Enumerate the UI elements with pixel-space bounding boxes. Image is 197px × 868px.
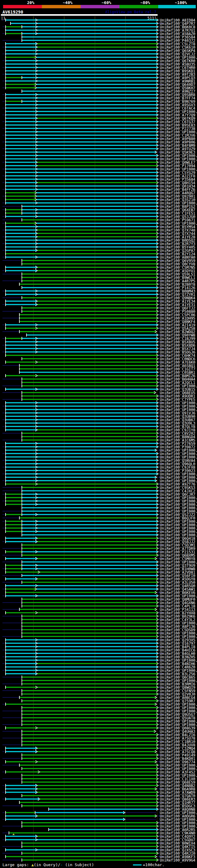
arrowhead-icon	[156, 483, 158, 485]
gap-tick	[5, 86, 6, 89]
arrowhead-icon	[35, 483, 37, 485]
leader-line	[2, 128, 5, 129]
hsp-segment	[19, 802, 156, 803]
arrowhead-icon	[156, 270, 158, 272]
hsp-segment	[35, 267, 156, 268]
gap-tick	[5, 476, 6, 479]
gap-tick	[5, 117, 6, 120]
arrowhead-icon	[35, 23, 37, 24]
arrowhead-icon	[35, 66, 37, 68]
gap-tick	[19, 696, 20, 699]
arrowhead-icon	[156, 33, 158, 34]
hsp-segment	[22, 602, 156, 603]
arrowhead-icon	[156, 429, 158, 431]
gap-tick	[5, 127, 6, 130]
arrowhead-icon	[156, 798, 158, 800]
arrowhead-icon	[35, 84, 37, 85]
gap-tick	[5, 594, 6, 597]
arrowhead-icon	[156, 134, 158, 136]
hsp-segment	[5, 121, 156, 122]
arrowhead-icon	[156, 575, 158, 577]
arrowhead-icon	[156, 734, 158, 736]
arrowhead-icon	[35, 405, 37, 407]
hsp-segment	[22, 622, 156, 623]
arrowhead-icon	[156, 768, 158, 770]
arrowhead-icon	[156, 365, 158, 366]
arrowhead-icon	[156, 795, 158, 797]
gap-tick	[5, 466, 6, 469]
gap-tick	[5, 811, 6, 814]
hsp-segment	[22, 805, 156, 806]
arrowhead-icon	[35, 788, 37, 790]
arrowhead-icon	[35, 530, 37, 532]
gap-tick	[5, 340, 6, 343]
arrowhead-icon	[156, 852, 158, 854]
gap-tick	[22, 560, 22, 563]
gap-tick	[5, 215, 6, 218]
hsp-segment	[22, 209, 156, 210]
hsp-segment	[26, 334, 156, 336]
arrowhead-icon	[35, 459, 37, 461]
leader-line	[2, 433, 22, 434]
arrowhead-icon	[156, 121, 158, 123]
leader-line	[2, 88, 5, 88]
leader-line	[2, 54, 5, 54]
arrowhead-icon	[156, 544, 158, 546]
leader-line	[2, 629, 22, 630]
arrowhead-icon	[35, 80, 37, 82]
leader-line	[2, 108, 5, 108]
arrowhead-icon	[156, 808, 158, 810]
leader-line	[2, 684, 22, 684]
arrowhead-icon	[35, 344, 37, 346]
hsp-segment	[22, 40, 156, 41]
arrowhead-icon	[35, 222, 37, 224]
gap-tick	[35, 811, 35, 814]
gap-tick	[5, 415, 6, 418]
gap-tick	[5, 141, 6, 144]
leader-line	[2, 491, 22, 491]
hsp-segment	[22, 555, 156, 556]
hsp-segment	[22, 273, 156, 275]
leader-line	[2, 778, 22, 779]
arrowhead-icon	[155, 703, 157, 705]
hsp-segment	[5, 504, 22, 505]
arrowhead-icon	[35, 659, 37, 661]
hsp-segment	[22, 510, 156, 512]
hsp-segment	[35, 165, 156, 166]
arrowhead-icon	[156, 456, 158, 458]
arrowhead-icon	[155, 696, 157, 698]
hsp-segment	[5, 338, 22, 339]
arrowhead-icon	[35, 514, 37, 516]
leader-line	[2, 521, 5, 522]
hsp-segment	[22, 717, 156, 718]
arrowhead-icon	[156, 859, 158, 861]
arrowhead-icon	[35, 595, 37, 597]
leader-line	[2, 81, 5, 81]
arrowhead-icon	[156, 530, 158, 532]
hsp-segment	[5, 646, 156, 647]
key-segment	[80, 5, 120, 8]
hsp-segment	[22, 524, 156, 525]
arrowhead-icon	[156, 432, 158, 434]
arrowhead-icon	[156, 358, 158, 360]
hsp-segment	[22, 33, 156, 34]
arrowhead-icon	[35, 151, 37, 153]
arrowhead-icon	[155, 815, 157, 817]
arrowhead-icon	[155, 591, 157, 593]
hsp-segment	[5, 138, 156, 139]
gap-tick	[22, 706, 22, 709]
hsp-segment	[5, 446, 156, 447]
arrowhead-icon	[156, 700, 158, 702]
arrowhead-icon	[35, 172, 37, 173]
gap-tick	[5, 645, 6, 648]
arrowhead-icon	[156, 415, 158, 417]
arrowhead-icon	[156, 253, 158, 255]
gap-tick	[22, 777, 22, 780]
gap-tick	[22, 699, 22, 702]
leader-line	[2, 704, 5, 705]
leader-line	[2, 819, 5, 820]
hit-label[interactable]: UniRef100_A9V9G4	[160, 858, 195, 863]
arrowhead-icon	[156, 66, 158, 68]
leader-line	[123, 819, 156, 820]
hsp-segment	[5, 771, 156, 773]
